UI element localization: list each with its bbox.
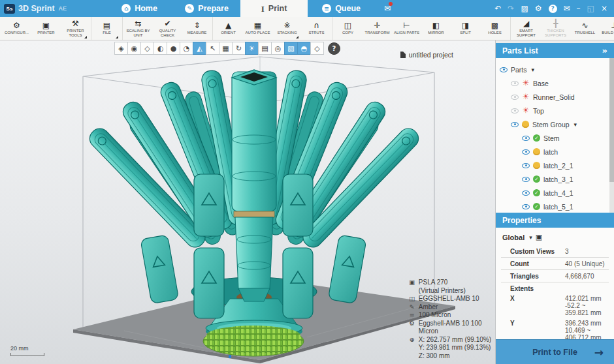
history-clock-icon[interactable]: ◔ xyxy=(180,42,193,55)
stacking-button[interactable]: ※STACKING xyxy=(272,17,302,40)
visibility-eye-icon[interactable] xyxy=(511,95,519,100)
visibility-eye-icon[interactable] xyxy=(522,190,530,196)
visibility-eye-icon[interactable] xyxy=(522,163,530,168)
measure-button[interactable]: ⇕MEASURE xyxy=(182,17,212,40)
tree-item-stem[interactable]: ✓Stem xyxy=(496,131,614,145)
visibility-eye-icon[interactable] xyxy=(511,81,519,86)
help-icon[interactable]: ? xyxy=(549,5,557,13)
holes-button[interactable]: ▩HOLES xyxy=(480,17,509,40)
settings-gear-icon[interactable]: ⚙ xyxy=(535,5,542,12)
tab-home[interactable]: ⌂Home xyxy=(106,0,173,17)
file-label: FILE xyxy=(103,31,111,35)
struts-button[interactable]: ∩STRUTS xyxy=(302,17,331,40)
stats-icon[interactable]: ▨ xyxy=(521,5,528,12)
collapse-panel-icon[interactable]: » xyxy=(602,46,607,55)
auto-place-button[interactable]: ▦AUTO PLACE xyxy=(243,17,272,40)
status-text: Y: 239.981 mm (99.13%) xyxy=(419,344,491,352)
render-sphere-icon[interactable]: ● xyxy=(167,42,180,55)
globe-view-icon[interactable]: ◎ xyxy=(271,42,285,55)
print-volume-icon[interactable]: ◓ xyxy=(297,42,311,55)
select-cursor-icon[interactable]: ↖ xyxy=(206,42,219,55)
visibility-eye-icon[interactable] xyxy=(522,204,530,209)
print-to-file-button[interactable]: Print to File → xyxy=(496,339,614,364)
visibility-eye-icon[interactable] xyxy=(522,149,530,155)
tab-print[interactable]: IPrint xyxy=(240,0,308,17)
tree-item-label: Stem xyxy=(543,134,560,142)
transform-label: TRANSFORM xyxy=(365,31,390,35)
quality-check-button[interactable]: ✔QUALITY CHECK xyxy=(153,17,182,40)
printer-button[interactable]: ▣PRINTER xyxy=(31,17,61,40)
tab-queue[interactable]: ≡Queue xyxy=(308,0,375,17)
quality-check-label: QUALITY CHECK xyxy=(154,29,182,37)
tree-item-base[interactable]: ☀Base xyxy=(496,76,614,90)
visibility-eye-icon[interactable] xyxy=(500,67,508,72)
file-button[interactable]: ▤FILE xyxy=(92,17,121,40)
tree-item-label: latch xyxy=(543,148,558,156)
visibility-eye-icon[interactable] xyxy=(511,122,519,127)
zoom-icon[interactable]: ◉ xyxy=(127,42,141,55)
property-label: Triangles xyxy=(510,273,565,280)
slice-preview-icon[interactable]: ▧ xyxy=(284,42,298,55)
configure-button[interactable]: ⚙CONFIGUR... xyxy=(2,17,31,40)
align-parts-button[interactable]: ⊢ALIGN PARTS xyxy=(392,17,421,40)
printer-small-icon[interactable]: ▣ xyxy=(536,233,542,241)
fly-mode-icon[interactable]: ◭ xyxy=(193,42,206,55)
tree-item-latch-2-1[interactable]: latch_2_1 xyxy=(496,159,614,172)
tree-item-runner-solid[interactable]: ☀Runner_Solid xyxy=(496,90,614,104)
close-icon[interactable]: × xyxy=(601,5,607,12)
layers-view-icon[interactable]: ▤ xyxy=(258,42,272,55)
smart-support-button[interactable]: ◢SMART SUPPORT xyxy=(511,17,541,40)
shading-icon[interactable]: ◐ xyxy=(154,42,167,55)
tree-scrollbar-thumb[interactable] xyxy=(609,58,614,182)
tree-item-latch[interactable]: latch xyxy=(496,145,614,159)
status-ok-icon: ✓ xyxy=(533,175,540,183)
bounding-box-icon[interactable]: ◇ xyxy=(310,42,324,55)
visibility-eye-icon[interactable] xyxy=(511,108,519,114)
orient-icon: ▲ xyxy=(225,22,231,30)
printer-tools-button[interactable]: ⚒PRINTER TOOLS xyxy=(61,17,90,40)
tree-item-latch-3-1[interactable]: ✓latch_3_1 xyxy=(496,172,614,186)
orient-label: ORIENT xyxy=(221,31,236,35)
scaling-by-unit-button[interactable]: ⇆SCALING BY UNIT xyxy=(123,17,153,40)
highlight-mode-icon[interactable]: ☀ xyxy=(245,42,259,55)
tree-item-latch-4-1[interactable]: ✓latch_4_1 xyxy=(496,186,614,200)
standard-views-icon[interactable]: ◇ xyxy=(140,42,154,55)
undo-icon[interactable]: ↶ xyxy=(494,5,501,12)
copy-button[interactable]: ◫COPY xyxy=(333,17,363,40)
tree-item-label: Stem Group xyxy=(532,121,570,129)
chevron-down-icon[interactable]: ▾ xyxy=(574,121,577,128)
status-warning-icon xyxy=(533,162,540,169)
restore-icon[interactable]: ◱ xyxy=(587,5,594,12)
property-label: Custom Views xyxy=(510,248,565,255)
tree-item-top[interactable]: ☀Top xyxy=(496,104,614,117)
tab-prepare[interactable]: ✎Prepare xyxy=(173,0,240,17)
mirror-button[interactable]: ◧MIRROR xyxy=(421,17,451,40)
orient-button[interactable]: ▲ORIENT xyxy=(214,17,243,40)
tree-item-stem-group[interactable]: Stem Group▾ xyxy=(496,117,614,131)
properties-scope[interactable]: Global ▾ ▣ xyxy=(502,233,609,241)
build-style-button[interactable]: ⊥BUILD STYLE xyxy=(600,17,614,40)
rotate-view-icon[interactable]: ↻ xyxy=(232,42,246,55)
viewport-help-icon[interactable]: ? xyxy=(328,42,340,55)
trushell-button[interactable]: ∿TRUSHELL xyxy=(570,17,600,40)
mirror-label: MIRROR xyxy=(428,31,444,35)
axis-label: X xyxy=(510,295,565,316)
tree-item-latch-5-1[interactable]: ✓latch_5_1 xyxy=(496,200,614,213)
transform-button[interactable]: ✛TRANSFORM xyxy=(363,17,392,40)
visibility-eye-icon[interactable] xyxy=(522,136,530,141)
view-cube-icon[interactable]: ◈ xyxy=(114,42,128,55)
snap-grid-icon[interactable]: ▦ xyxy=(219,42,233,55)
build-style-icon: ⊥ xyxy=(611,22,614,30)
split-button[interactable]: ◨SPLIT xyxy=(451,17,480,40)
chevron-down-icon[interactable]: ▾ xyxy=(532,67,535,73)
printer-tools-icon: ⚒ xyxy=(72,20,79,28)
chevron-down-icon[interactable]: ▾ xyxy=(529,234,532,241)
visibility-eye-icon[interactable] xyxy=(522,177,530,182)
tree-item-parts[interactable]: Parts▾ xyxy=(496,63,614,76)
message-icon[interactable]: ✉ xyxy=(564,5,570,12)
minimize-icon[interactable]: – xyxy=(577,5,581,12)
stacking-label: STACKING xyxy=(277,31,297,35)
status-ok-icon: ✓ xyxy=(533,203,540,210)
notifications-icon[interactable]: ✉ xyxy=(384,4,391,13)
redo-icon[interactable]: ↷ xyxy=(508,5,514,12)
